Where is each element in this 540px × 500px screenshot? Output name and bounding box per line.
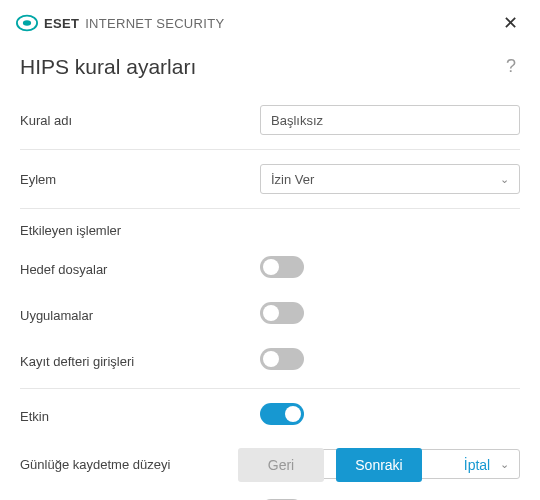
divider (20, 149, 520, 150)
brand: ESET INTERNET SECURITY (16, 12, 224, 34)
label-applications: Uygulamalar (20, 308, 260, 323)
target-files-toggle[interactable] (260, 256, 304, 278)
label-target-files: Hedef dosyalar (20, 262, 260, 277)
close-button[interactable]: ✕ (497, 10, 524, 36)
divider (20, 388, 520, 389)
chevron-down-icon: ⌄ (500, 173, 509, 186)
row-registry: Kayıt defteri girişleri (20, 338, 520, 384)
svg-point-1 (23, 20, 31, 26)
row-applications: Uygulamalar (20, 292, 520, 338)
cancel-button[interactable]: İptal (434, 448, 520, 482)
title-row: HIPS kural ayarları ? (0, 46, 540, 95)
section-affecting: Etkileyen işlemler (20, 213, 520, 246)
label-active: Etkin (20, 409, 260, 424)
back-button[interactable]: Geri (238, 448, 324, 482)
brand-bold: ESET (44, 16, 79, 31)
label-action: Eylem (20, 172, 260, 187)
active-toggle[interactable] (260, 403, 304, 425)
footer: Geri Sonraki İptal (0, 432, 540, 500)
window-header: ESET INTERNET SECURITY ✕ (0, 0, 540, 46)
next-button[interactable]: Sonraki (336, 448, 422, 482)
row-action: Eylem İzin Ver ⌄ (20, 154, 520, 204)
divider (20, 208, 520, 209)
action-select-value: İzin Ver (271, 172, 314, 187)
applications-toggle[interactable] (260, 302, 304, 324)
label-registry: Kayıt defteri girişleri (20, 354, 260, 369)
action-select[interactable]: İzin Ver ⌄ (260, 164, 520, 194)
row-target-files: Hedef dosyalar (20, 246, 520, 292)
brand-light: INTERNET SECURITY (85, 16, 224, 31)
registry-toggle[interactable] (260, 348, 304, 370)
help-button[interactable]: ? (502, 52, 520, 81)
label-rule-name: Kural adı (20, 113, 260, 128)
eset-logo-icon (16, 12, 38, 34)
rule-name-input[interactable] (260, 105, 520, 135)
page-title: HIPS kural ayarları (20, 55, 196, 79)
row-rule-name: Kural adı (20, 95, 520, 145)
